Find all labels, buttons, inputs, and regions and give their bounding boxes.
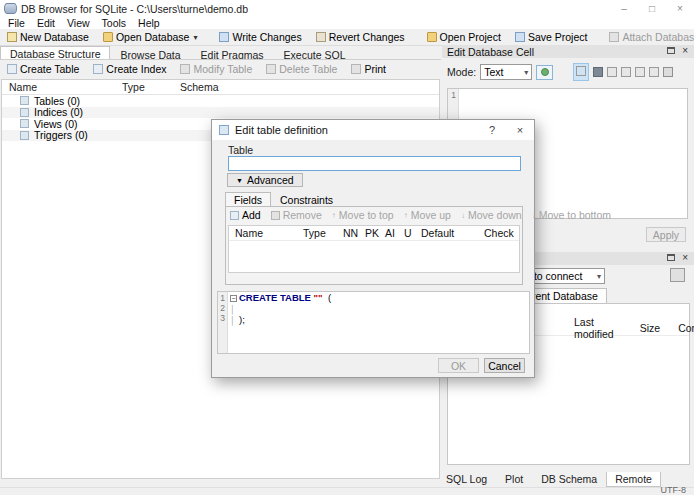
advanced-button[interactable]: ▼ Advanced: [227, 173, 303, 187]
create-table-button[interactable]: Create Table: [0, 62, 86, 76]
sql-line-3: │);: [230, 315, 529, 327]
menu-help[interactable]: Help: [133, 17, 165, 29]
float-panel-icon[interactable]: [667, 47, 675, 54]
tab-remote[interactable]: Remote: [606, 472, 661, 487]
menu-view[interactable]: View: [62, 17, 95, 29]
close-panel-icon[interactable]: ×: [682, 47, 688, 55]
save-project-icon: [515, 32, 525, 42]
column-check[interactable]: Check: [484, 227, 514, 239]
ok-button: OK: [438, 358, 479, 373]
fields-table-header: Name Type NN PK AI U Default Check: [229, 226, 519, 241]
dock-tab-bar: SQL Log Plot DB Schema Remote: [437, 470, 661, 487]
titlebar: DB Browser for SQLite - C:\Users\turne\d…: [0, 0, 694, 17]
chevron-down-icon: ▾: [594, 272, 601, 281]
sql-preview-editor[interactable]: 1 2 3 −CREATE TABLE "" ( │ │);: [217, 291, 530, 354]
maximize-icon[interactable]: □: [638, 0, 666, 17]
tab-database-structure[interactable]: Database Structure: [0, 46, 110, 59]
modify-table-button: Modify Table: [173, 62, 259, 76]
column-name[interactable]: Name: [235, 227, 303, 239]
column-size[interactable]: Size: [640, 322, 660, 334]
word-wrap-toggle[interactable]: [573, 63, 589, 81]
export-icon[interactable]: [621, 67, 631, 77]
column-name[interactable]: Name: [2, 81, 122, 93]
window-controls: – □ ×: [610, 0, 694, 17]
open-project-button[interactable]: Open Project: [420, 30, 508, 44]
chevron-down-icon[interactable]: ▾: [193, 33, 197, 42]
float-panel-icon[interactable]: [667, 254, 675, 261]
tab-browse-data[interactable]: Browse Data: [110, 47, 190, 59]
menubar: File Edit View Tools Help: [0, 17, 694, 29]
tables-icon: [20, 96, 29, 105]
print-icon: [351, 64, 361, 74]
cancel-button[interactable]: Cancel: [484, 358, 525, 373]
column-default[interactable]: Default: [421, 227, 484, 239]
edit-cell-dock-header: Edit Database Cell: [442, 45, 694, 58]
tab-plot[interactable]: Plot: [496, 472, 532, 487]
print-cell-icon[interactable]: [663, 67, 673, 77]
edit-cell-dock-controls: ×: [667, 47, 688, 55]
word-wrap-icon: [576, 66, 586, 76]
column-commit[interactable]: Commit: [678, 322, 694, 334]
revert-changes-button[interactable]: Revert Changes: [309, 30, 412, 44]
sql-line-2: │: [230, 304, 529, 316]
delete-table-icon: [266, 64, 276, 74]
close-icon[interactable]: ×: [666, 0, 694, 17]
chevron-down-icon: ▾: [521, 68, 528, 77]
move-up-icon: ↑: [404, 211, 408, 220]
column-nn[interactable]: NN: [343, 227, 365, 239]
column-type[interactable]: Type: [122, 81, 180, 93]
column-schema[interactable]: Schema: [180, 81, 219, 93]
dialog-close-icon[interactable]: ×: [506, 120, 534, 140]
tab-fields[interactable]: Fields: [225, 192, 271, 207]
fields-toolbar: Add Remove ↑ Move to top ↑ Move up ↓ Mov…: [230, 209, 611, 221]
import-icon[interactable]: [607, 67, 617, 77]
structure-toolbar: Create Table Create Index Modify Table D…: [0, 60, 441, 78]
tree-item-tables[interactable]: Tables (0): [2, 95, 439, 107]
column-pk[interactable]: PK: [365, 227, 385, 239]
close-panel-icon[interactable]: ×: [682, 254, 688, 262]
tab-sql-log[interactable]: SQL Log: [437, 472, 496, 487]
open-database-button[interactable]: Open Database ▾: [96, 30, 205, 44]
column-ai[interactable]: AI: [385, 227, 404, 239]
table-name-input[interactable]: [228, 156, 521, 171]
app-icon: [4, 3, 17, 14]
mode-label: Mode:: [447, 66, 476, 78]
reload-remote-icon: [670, 268, 685, 282]
binary-mode-icon[interactable]: [593, 67, 603, 77]
fold-marker-icon[interactable]: −: [230, 295, 237, 302]
remove-field-icon: [271, 211, 280, 220]
sql-line-1: −CREATE TABLE "" (: [230, 293, 529, 304]
menu-tools[interactable]: Tools: [97, 17, 132, 29]
create-index-button[interactable]: Create Index: [86, 62, 173, 76]
column-type[interactable]: Type: [303, 227, 343, 239]
new-database-button[interactable]: New Database: [0, 30, 96, 44]
tab-edit-pragmas[interactable]: Edit Pragmas: [191, 47, 274, 59]
add-field-button[interactable]: Add: [230, 209, 261, 221]
tab-constraints[interactable]: Constraints: [271, 192, 342, 207]
tree-item-indices[interactable]: Indices (0): [2, 107, 439, 119]
fold-guide-icon: │: [230, 316, 237, 327]
column-last-modified[interactable]: Last modified: [574, 316, 614, 340]
encoding-indicator[interactable]: UTF-8: [661, 485, 687, 495]
mode-select[interactable]: Text ▾: [480, 64, 532, 80]
auto-apply-toggle[interactable]: [536, 65, 553, 80]
edit-cell-toolbar: Mode: Text ▾: [447, 63, 673, 81]
save-icon[interactable]: [635, 67, 645, 77]
statusbar: [0, 487, 694, 495]
print-button[interactable]: Print: [344, 62, 393, 76]
write-changes-button[interactable]: Write Changes: [212, 30, 308, 44]
move-to-top-button: ↑ Move to top: [332, 209, 394, 221]
save-project-button[interactable]: Save Project: [508, 30, 595, 44]
tab-db-schema[interactable]: DB Schema: [532, 472, 606, 487]
window-title: DB Browser for SQLite - C:\Users\turne\d…: [21, 3, 248, 15]
dialog-titlebar[interactable]: Edit table definition ? ×: [212, 120, 534, 140]
menu-file[interactable]: File: [3, 17, 30, 29]
minimize-icon[interactable]: –: [610, 0, 638, 17]
set-null-icon[interactable]: [649, 67, 659, 77]
column-u[interactable]: U: [404, 227, 421, 239]
attach-database-button: Attach Database: [602, 30, 694, 44]
app-window: DB Browser for SQLite - C:\Users\turne\d…: [0, 0, 694, 495]
tab-execute-sql[interactable]: Execute SQL: [274, 47, 356, 59]
menu-edit[interactable]: Edit: [32, 17, 60, 29]
help-icon[interactable]: ?: [478, 120, 506, 140]
